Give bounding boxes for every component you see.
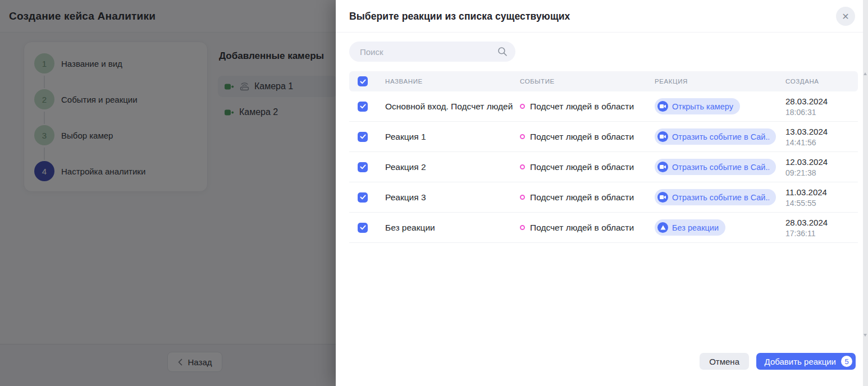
table-row[interactable]: Без реакции Подсчет людей в области Без …: [349, 213, 858, 243]
reaction-alert-icon: [657, 222, 668, 233]
table-header-row: НАЗВАНИЕ СОБЫТИЕ РЕАКЦИЯ СОЗДАНА: [349, 71, 858, 91]
created-date: 28.03.2024: [785, 218, 858, 227]
reaction-name: Основной вход. Подсчет людей: [385, 102, 520, 112]
add-reactions-label: Добавить реакции: [765, 357, 836, 366]
reaction-camera-icon: [657, 192, 668, 203]
reaction-camera-icon: [657, 162, 668, 172]
created-time: 14:41:56: [785, 138, 858, 147]
created-time: 14:55:55: [785, 199, 858, 208]
close-button[interactable]: ✕: [836, 7, 855, 26]
reaction-name: Реакция 1: [385, 132, 520, 142]
row-checkbox[interactable]: [358, 102, 368, 112]
reactions-table: НАЗВАНИЕ СОБЫТИЕ РЕАКЦИЯ СОЗДАНА Основно…: [349, 71, 858, 243]
created-date: 12.03.2024: [785, 157, 858, 167]
check-icon: [360, 164, 366, 169]
reaction-badge: Открыть камеру: [655, 98, 740, 114]
table-row[interactable]: Реакция 1 Подсчет людей в области Отрази…: [349, 122, 858, 152]
created-time: 17:36:11: [785, 229, 858, 238]
event-type-icon: [520, 164, 525, 169]
column-header-event: СОБЫТИЕ: [520, 78, 655, 85]
created-time: 18:06:31: [785, 108, 858, 117]
cancel-button[interactable]: Отмена: [700, 353, 749, 370]
check-icon: [360, 134, 366, 139]
column-header-name: НАЗВАНИЕ: [385, 78, 520, 85]
event-name: Подсчет людей в области: [530, 102, 634, 112]
cancel-button-label: Отмена: [709, 357, 739, 366]
event-type-icon: [520, 134, 525, 139]
reaction-camera-icon: [657, 131, 668, 142]
select-all-checkbox[interactable]: [358, 76, 368, 86]
reaction-name: Реакция 2: [385, 162, 520, 172]
table-row[interactable]: Реакция 3 Подсчет людей в области Отрази…: [349, 182, 858, 213]
reaction-label: Отразить событие в Сай...: [672, 193, 769, 202]
scroll-down-icon[interactable]: [864, 334, 867, 337]
row-checkbox[interactable]: [358, 192, 368, 203]
table-row[interactable]: Основной вход. Подсчет людей Подсчет люд…: [349, 91, 858, 122]
close-icon: ✕: [842, 11, 849, 22]
reaction-badge: Без реакции: [655, 219, 725, 236]
event-name: Подсчет людей в области: [530, 223, 634, 233]
reaction-label: Отразить событие в Сай...: [672, 163, 769, 172]
check-icon: [360, 195, 366, 200]
add-reactions-button[interactable]: Добавить реакции 5: [756, 353, 856, 370]
reaction-badge: Отразить событие в Сай...: [655, 189, 776, 205]
check-icon: [360, 104, 366, 109]
created-date: 13.03.2024: [785, 127, 858, 136]
row-checkbox[interactable]: [358, 132, 368, 142]
search-icon[interactable]: [497, 47, 508, 57]
reaction-label: Без реакции: [672, 223, 719, 232]
search-field: [349, 42, 515, 62]
reaction-label: Отразить событие в Сай...: [672, 132, 769, 141]
scrollbar[interactable]: [863, 0, 868, 386]
event-name: Подсчет людей в области: [530, 132, 634, 142]
column-header-created: СОЗДАНА: [785, 78, 858, 85]
reaction-camera-icon: [657, 101, 668, 112]
modal-header: Выберите реакции из списка существующих …: [336, 0, 863, 33]
reaction-name: Реакция 3: [385, 192, 520, 203]
reaction-name: Без реакции: [385, 223, 520, 233]
row-checkbox[interactable]: [358, 223, 368, 233]
scroll-up-icon[interactable]: [864, 72, 867, 75]
created-date: 28.03.2024: [785, 96, 858, 106]
event-type-icon: [520, 225, 525, 230]
check-icon: [360, 79, 366, 84]
reaction-badge: Отразить событие в Сай...: [655, 159, 776, 175]
event-type-icon: [520, 195, 525, 200]
select-reactions-modal: Выберите реакции из списка существующих …: [336, 0, 863, 386]
reaction-badge: Отразить событие в Сай...: [655, 128, 776, 145]
modal-title: Выберите реакции из списка существующих: [349, 11, 570, 22]
event-type-icon: [520, 104, 525, 109]
reaction-label: Открыть камеру: [672, 102, 733, 111]
created-time: 09:21:38: [785, 168, 858, 177]
search-input[interactable]: [349, 42, 515, 62]
selected-count-badge: 5: [841, 356, 852, 367]
check-icon: [360, 225, 366, 230]
event-name: Подсчет людей в области: [530, 162, 634, 172]
created-date: 11.03.2024: [785, 187, 858, 197]
column-header-reaction: РЕАКЦИЯ: [655, 78, 785, 85]
table-row[interactable]: Реакция 2 Подсчет людей в области Отрази…: [349, 152, 858, 182]
event-name: Подсчет людей в области: [530, 192, 634, 203]
row-checkbox[interactable]: [358, 162, 368, 172]
